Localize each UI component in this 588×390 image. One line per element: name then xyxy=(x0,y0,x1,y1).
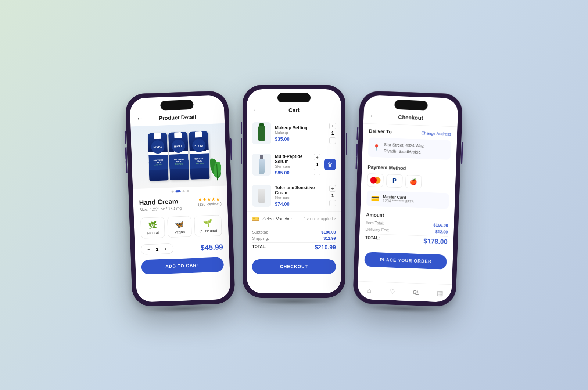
mastercard-payment-button[interactable] xyxy=(367,173,384,187)
phone-3-shadow xyxy=(367,304,441,314)
item-1-qty-minus[interactable]: − xyxy=(329,137,336,144)
cart-item-1-info: Makeup Setting Makeup $35.00 xyxy=(275,125,326,142)
bag-icon: 🛍 xyxy=(413,288,420,296)
shipping-label: Shipping: xyxy=(252,236,269,241)
cart-back-arrow-icon[interactable]: ← xyxy=(253,106,259,114)
item-3-qty-plus[interactable]: + xyxy=(329,185,336,192)
voucher-icon: 🎫 xyxy=(252,215,259,222)
quantity-price-row: − 1 + $45.99 xyxy=(135,238,229,258)
badge-natural[interactable]: 🌿 Natural xyxy=(140,217,165,239)
item-3-price: $74.00 xyxy=(275,201,326,207)
summary-divider xyxy=(252,242,336,243)
dot-4[interactable] xyxy=(186,190,189,192)
product-badges-row: 🌿 Natural 🦋 Vegan 🌱 C+ Neutral xyxy=(134,212,229,242)
qty-increase-button[interactable]: + xyxy=(162,245,169,252)
delete-item-2-button[interactable]: 🗑 xyxy=(324,159,336,170)
paypal-icon: P xyxy=(392,178,397,184)
dot-3[interactable] xyxy=(182,190,184,192)
item-total-value: $166.00 xyxy=(433,223,448,227)
badge-cneutral[interactable]: 🌱 C+ Neutral xyxy=(194,215,222,237)
item-1-qty-control: + 1 − xyxy=(329,123,336,144)
change-address-link[interactable]: Change Address xyxy=(421,131,451,136)
tube-cap-2 xyxy=(174,132,182,138)
product-detail-header: ← Product Detail xyxy=(130,95,225,127)
item-3-qty-control: + 1 − xyxy=(329,185,336,206)
subtotal-label: Subtotal: xyxy=(252,230,268,234)
nivea-circle: NIVEA xyxy=(151,140,165,154)
shipping-value: $12.99 xyxy=(323,236,336,241)
delivery-fee-value: $12.00 xyxy=(435,230,448,234)
amount-total-label: TOTAL: xyxy=(365,235,380,243)
quantity-control[interactable]: − 1 + xyxy=(141,243,174,255)
item-2-qty-minus[interactable]: − xyxy=(314,169,320,175)
item-2-qty-control: + 1 − xyxy=(314,154,320,175)
voucher-applied-text: 1 voucher applied > xyxy=(304,217,336,221)
item-2-category: Skin care xyxy=(275,165,310,169)
nivea-tube-2: NIVEA SOOTHING CARE Aloe Vera xyxy=(168,132,189,180)
serum-cap-icon xyxy=(260,155,263,159)
total-value: $210.99 xyxy=(315,244,336,251)
item-3-name: Tolerlane Sensitive Cream xyxy=(275,185,326,195)
phone-checkout: ← Checkout Deliver To Change Address 📍 S… xyxy=(353,90,463,307)
screen-1-content: ← Product Detail NIVEA SOOTHING xyxy=(130,95,231,303)
cart-item-3-info: Tolerlane Sensitive Cream Skin care $74.… xyxy=(275,185,326,207)
phone-cart: ← Cart Makeup Setting xyxy=(243,85,345,298)
paypal-payment-button[interactable]: P xyxy=(386,174,403,188)
cart-item-serum: Multi-Peptide Serum Skin care $85.00 + 1… xyxy=(247,149,341,180)
soothing-band-2: SOOTHING CARE Aloe Vera xyxy=(169,154,189,169)
apple-icon: 🍎 xyxy=(410,178,417,185)
nivea-circle-3: NIVEA xyxy=(192,139,206,152)
item-2-price: $85.00 xyxy=(275,170,310,176)
item-2-qty-plus[interactable]: + xyxy=(314,154,320,160)
rating-section: ★★★★★ (120 Reviews) xyxy=(198,196,222,206)
product-price: $45.99 xyxy=(200,243,223,252)
place-order-button[interactable]: PLACE YOUR ORDER xyxy=(364,252,447,270)
deliver-to-label: Deliver To xyxy=(369,128,392,134)
checkout-back-arrow-icon[interactable]: ← xyxy=(369,112,376,120)
cream-tube-icon xyxy=(258,189,265,203)
home-icon: ⌂ xyxy=(367,287,372,295)
soothing-band: SOOTHING CARE Aloe Vera xyxy=(148,155,168,170)
checkout-button[interactable]: CHECKOUT xyxy=(252,259,336,274)
product-name-section: Hand Cream Size: 4.23fl oz / 150 mg xyxy=(139,198,182,212)
badge-natural-label: Natural xyxy=(147,231,159,235)
nav-bag-button[interactable]: 🛍 xyxy=(409,287,423,297)
mastercard-icon xyxy=(370,177,381,184)
mc-circle-right xyxy=(374,177,381,184)
shipping-row: Shipping: $12.99 xyxy=(252,236,336,241)
nav-card-button[interactable]: ▤ xyxy=(433,288,447,299)
qty-decrease-button[interactable]: − xyxy=(146,246,153,253)
nivea-tube-1: NIVEA SOOTHING CARE Aloe Vera xyxy=(148,133,169,181)
cart-title: Cart xyxy=(288,107,300,113)
item-1-qty-plus[interactable]: + xyxy=(329,123,336,129)
vegan-icon: 🦋 xyxy=(175,220,184,229)
nav-heart-button[interactable]: ♡ xyxy=(386,286,399,297)
phone-2-notch xyxy=(277,93,311,102)
payment-method-label: Payment Method xyxy=(368,164,406,171)
item-3-category: Skin care xyxy=(275,196,326,200)
voucher-row[interactable]: 🎫 Select Voucher 1 voucher applied > xyxy=(247,212,341,226)
badge-vegan-label: Vegan xyxy=(175,230,185,234)
add-to-cart-button[interactable]: ADD TO CART xyxy=(141,257,224,275)
card-nav-icon: ▤ xyxy=(437,289,443,297)
phone-2-shadow xyxy=(257,298,331,305)
payment-method-header: Payment Method xyxy=(368,164,450,173)
total-row: TOTAL: $210.99 xyxy=(252,244,336,251)
badge-vegan[interactable]: 🦋 Vegan xyxy=(167,216,192,238)
subtotal-value: $180.00 xyxy=(321,230,336,234)
amount-total-row: TOTAL: $178.00 xyxy=(365,235,448,246)
apple-pay-button[interactable]: 🍎 xyxy=(405,175,422,189)
item-2-name: Multi-Peptide Serum xyxy=(275,154,310,164)
nivea-tube-3: NIVEA SOOTHING CARE Aloe Vera xyxy=(189,131,210,180)
back-arrow-icon[interactable]: ← xyxy=(136,115,143,123)
item-3-qty-minus[interactable]: − xyxy=(329,200,336,206)
phone-product-detail: ← Product Detail NIVEA SOOTHING xyxy=(125,90,235,307)
credit-card-icon: 💳 xyxy=(371,194,379,203)
dot-2-active[interactable] xyxy=(175,190,180,192)
nav-home-button[interactable]: ⌂ xyxy=(362,285,376,296)
dot-1[interactable] xyxy=(171,191,173,193)
rating-row: Hand Cream Size: 4.23fl oz / 150 mg ★★★★… xyxy=(139,196,222,212)
cart-item-cream: Tolerlane Sensitive Cream Skin care $74.… xyxy=(247,180,341,212)
nivea-circle-2: NIVEA xyxy=(172,139,185,153)
bottle-cap-icon xyxy=(259,123,264,126)
